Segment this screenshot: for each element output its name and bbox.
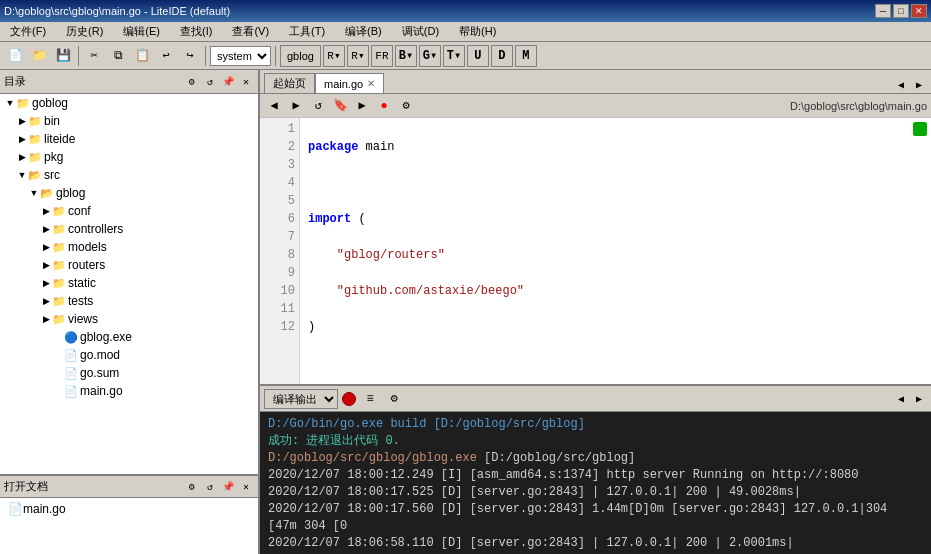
code-line-7 — [308, 354, 923, 372]
tree-node-conf[interactable]: ▶ 📁 conf — [0, 202, 258, 220]
chevron-right-icon: ▶ — [40, 296, 52, 306]
tree-node-routers[interactable]: ▶ 📁 routers — [0, 256, 258, 274]
copy-button[interactable]: ⧉ — [107, 45, 129, 67]
tree-node-gblog-exe[interactable]: 🔵 gblog.exe — [0, 328, 258, 346]
open-files-tool-2[interactable]: ↺ — [202, 479, 218, 495]
tree-node-gblog[interactable]: ▼ 📂 gblog — [0, 184, 258, 202]
tree-node-tests[interactable]: ▶ 📁 tests — [0, 292, 258, 310]
close-button[interactable]: ✕ — [911, 4, 927, 18]
debug-u-button[interactable]: U — [467, 45, 489, 67]
tree-node-controllers[interactable]: ▶ 📁 controllers — [0, 220, 258, 238]
go-button[interactable]: G▾ — [419, 45, 441, 67]
open-button[interactable]: 📁 — [28, 45, 50, 67]
new-button[interactable]: 📄 — [4, 45, 26, 67]
test-button[interactable]: T▾ — [443, 45, 465, 67]
menu-item-d[interactable]: 调试(D) — [396, 23, 445, 40]
tree-close[interactable]: ✕ — [238, 74, 254, 90]
build-button[interactable]: B▾ — [395, 45, 417, 67]
run-r2-button[interactable]: R▾ — [347, 45, 369, 67]
save-button[interactable]: 💾 — [52, 45, 74, 67]
tree-tools: ⚙ ↺ 📌 ✕ — [184, 74, 254, 90]
tree-node-goblog[interactable]: ▼ 📁 goblog — [0, 94, 258, 112]
editor-stop-icon[interactable]: ● — [374, 96, 394, 116]
open-files-header: 打开文档 ⚙ ↺ 📌 ✕ — [0, 476, 258, 498]
tree-pin[interactable]: 📌 — [220, 74, 236, 90]
open-files-pin[interactable]: 📌 — [220, 479, 236, 495]
tree-node-bin[interactable]: ▶ 📁 bin — [0, 112, 258, 130]
tab-maingo-label: main.go — [324, 78, 363, 90]
menu-item-i[interactable]: 查找(I) — [174, 23, 218, 40]
tab-nav-left-icon[interactable]: ◀ — [893, 77, 909, 93]
cut-button[interactable]: ✂ — [83, 45, 105, 67]
tree-node-views[interactable]: ▶ 📁 views — [0, 310, 258, 328]
open-file-maingo[interactable]: 📄 main.go — [4, 500, 254, 518]
folder-icon: 📁 — [52, 223, 66, 236]
chevron-right-icon: ▶ — [16, 152, 28, 162]
output-clear-icon[interactable]: ≡ — [360, 389, 380, 409]
output-line-7: 2020/12/07 18:06:58.110 [D] [server.go:2… — [268, 535, 923, 552]
output-select[interactable]: 编译输出 — [264, 389, 338, 409]
tree-node-src[interactable]: ▼ 📂 src — [0, 166, 258, 184]
tree-node-pkg[interactable]: ▶ 📁 pkg — [0, 148, 258, 166]
redo-button[interactable]: ↪ — [179, 45, 201, 67]
open-files-tool-1[interactable]: ⚙ — [184, 479, 200, 495]
debug-m-button[interactable]: M — [515, 45, 537, 67]
run-r-button[interactable]: R▾ — [323, 45, 345, 67]
system-select[interactable]: system — [210, 46, 271, 66]
open-files-panel: 打开文档 ⚙ ↺ 📌 ✕ 📄 main.go — [0, 474, 258, 554]
editor-run-icon[interactable]: ▶ — [352, 96, 372, 116]
tab-nav-right-icon[interactable]: ▶ — [911, 77, 927, 93]
menu-item-r[interactable]: 历史(R) — [60, 23, 109, 40]
code-line-5: "github.com/astaxie/beego" — [308, 282, 923, 300]
stop-button[interactable] — [342, 392, 356, 406]
editor-bookmark-icon[interactable]: 🔖 — [330, 96, 350, 116]
file-tree[interactable]: ▼ 📁 goblog ▶ 📁 bin ▶ 📁 liteide ▶ — [0, 94, 258, 474]
output-line-4: 2020/12/07 18:00:12.249 [I] [asm_amd64.s… — [268, 467, 923, 484]
tree-node-gomod[interactable]: 📄 go.mod — [0, 346, 258, 364]
tab-close-icon[interactable]: ✕ — [367, 78, 375, 89]
gblog-button[interactable]: gblog — [280, 45, 321, 67]
undo-button[interactable]: ↩ — [155, 45, 177, 67]
code-line-1: package main — [308, 138, 923, 156]
folder-icon: 📁 — [28, 133, 42, 146]
separator-3 — [275, 46, 276, 66]
editor-back-icon[interactable]: ◀ — [264, 96, 284, 116]
output-content[interactable]: D:/Go/bin/go.exe build [D:/goblog/src/gb… — [260, 412, 931, 554]
tree-node-static[interactable]: ▶ 📁 static — [0, 274, 258, 292]
menu-item-h[interactable]: 帮助(H) — [453, 23, 502, 40]
tree-tool-1[interactable]: ⚙ — [184, 74, 200, 90]
paste-button[interactable]: 📋 — [131, 45, 153, 67]
title-bar: D:\goblog\src\gblog\main.go - LiteIDE (d… — [0, 0, 931, 22]
tab-maingo[interactable]: main.go ✕ — [315, 73, 384, 93]
maximize-button[interactable]: □ — [893, 4, 909, 18]
chevron-right-icon: ▶ — [16, 134, 28, 144]
run-fr-button[interactable]: FR — [371, 45, 393, 67]
output-nav-left-icon[interactable]: ◀ — [893, 391, 909, 407]
menu-item-v[interactable]: 查看(V) — [226, 23, 275, 40]
code-editor[interactable]: 1 2 3 4 5 6 7 8 9 10 11 12 package main … — [260, 118, 931, 384]
output-gear-icon[interactable]: ⚙ — [384, 389, 404, 409]
code-content[interactable]: package main import ( "gblog/routers" "g… — [300, 118, 931, 384]
menu-item-e[interactable]: 编辑(E) — [117, 23, 166, 40]
separator-1 — [78, 46, 79, 66]
tab-startpage[interactable]: 起始页 — [264, 73, 315, 93]
tree-node-maingo[interactable]: 📄 main.go — [0, 382, 258, 400]
menu-item-t[interactable]: 工具(T) — [283, 23, 331, 40]
file-path: D:\goblog\src\gblog\main.go — [790, 100, 927, 112]
editor-forward-icon[interactable]: ▶ — [286, 96, 306, 116]
editor-gear-icon[interactable]: ⚙ — [396, 96, 416, 116]
output-nav-right-icon[interactable]: ▶ — [911, 391, 927, 407]
tree-node-models[interactable]: ▶ 📁 models — [0, 238, 258, 256]
folder-open-icon: 📂 — [28, 169, 42, 182]
open-files-close[interactable]: ✕ — [238, 479, 254, 495]
menu-item-b[interactable]: 编译(B) — [339, 23, 388, 40]
tree-node-gosum[interactable]: 📄 go.sum — [0, 364, 258, 382]
menu-item-f[interactable]: 文件(F) — [4, 23, 52, 40]
tree-node-liteide[interactable]: ▶ 📁 liteide — [0, 130, 258, 148]
minimize-button[interactable]: ─ — [875, 4, 891, 18]
chevron-down-icon: ▼ — [4, 98, 16, 108]
open-files-tools: ⚙ ↺ 📌 ✕ — [184, 479, 254, 495]
editor-refresh-icon[interactable]: ↺ — [308, 96, 328, 116]
tree-tool-2[interactable]: ↺ — [202, 74, 218, 90]
debug-d-button[interactable]: D — [491, 45, 513, 67]
